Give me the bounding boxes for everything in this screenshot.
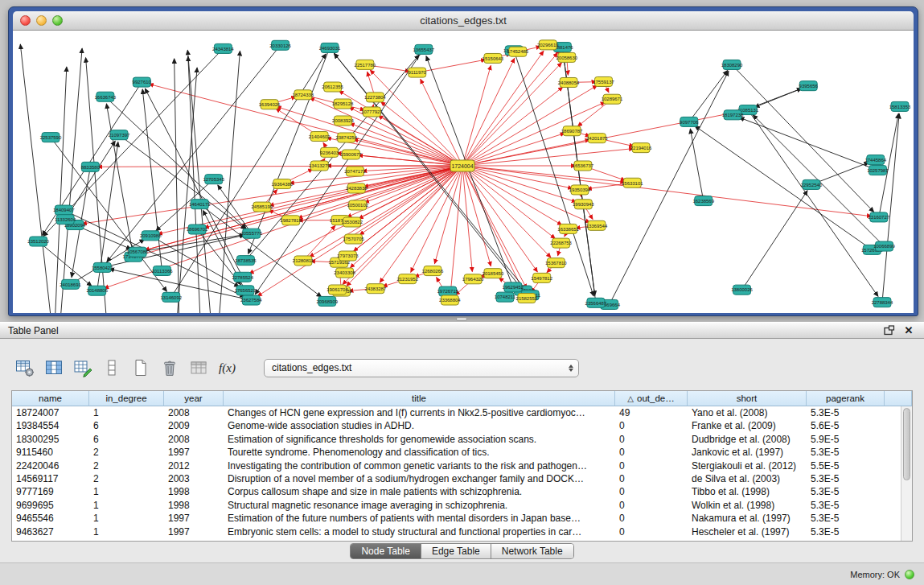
graph-edge-red[interactable]	[462, 166, 625, 182]
cell-pagerank[interactable]: 5.3E-5	[807, 446, 885, 459]
cell-in_degree[interactable]: 1	[89, 512, 164, 525]
table-settings-icon[interactable]	[14, 358, 35, 378]
graph-edge-red[interactable]	[462, 166, 556, 239]
cell-name[interactable]: 18724007	[12, 406, 89, 419]
column-header-out-degree[interactable]: △ out_de…	[615, 391, 688, 406]
table-selector-dropdown[interactable]: citations_edges.txt	[264, 359, 579, 377]
cell-out_degree[interactable]: 0	[615, 472, 688, 485]
cell-short[interactable]: Franke et al. (2009)	[688, 419, 807, 432]
cell-year[interactable]: 1998	[164, 485, 224, 498]
cell-name[interactable]: 19384554	[12, 419, 89, 432]
graph-edge-black[interactable]	[188, 56, 200, 313]
cell-name[interactable]: 9115460	[12, 446, 89, 459]
cell-name[interactable]: 22420046	[12, 459, 89, 472]
cell-short[interactable]: de Silva et al. (2003)	[688, 472, 807, 485]
graph-edge-red[interactable]	[450, 166, 462, 293]
table-row[interactable]: 2242004622012Investigating the contribut…	[12, 459, 912, 472]
cell-out_degree[interactable]: 0	[615, 499, 688, 512]
vertical-scrollbar[interactable]	[901, 406, 912, 541]
graph-edge-red[interactable]	[462, 51, 544, 166]
cell-out_degree[interactable]: 49	[615, 406, 688, 419]
graph-edge-black[interactable]	[55, 67, 67, 313]
cell-name[interactable]: 9777169	[12, 485, 89, 498]
cell-pagerank[interactable]: 5.3E-5	[807, 485, 885, 498]
cell-short[interactable]: Tibbo et al. (1998)	[688, 485, 807, 498]
cell-name[interactable]: 9465546	[12, 512, 89, 525]
graph-edge-black[interactable]	[690, 129, 703, 200]
cell-pagerank[interactable]: 5.3E-5	[807, 406, 885, 419]
cell-year[interactable]: 1997	[164, 512, 224, 525]
table-row[interactable]: 946554611997Estimation of the future num…	[12, 512, 912, 525]
cell-title[interactable]: Genome-wide association studies in ADHD.	[224, 419, 615, 432]
cell-short[interactable]: Dudbridge et al. (2008)	[688, 433, 807, 446]
graph-edge-black[interactable]	[142, 89, 162, 270]
graph-edge-red[interactable]	[462, 52, 558, 166]
cell-title[interactable]: Disruption of a novel member of a sodium…	[224, 472, 615, 485]
edit-table-icon[interactable]	[72, 358, 92, 378]
cell-in_degree[interactable]: 6	[89, 433, 164, 446]
cell-out_degree[interactable]: 0	[615, 485, 688, 498]
cell-title[interactable]: Structural magnetic resonance image aver…	[224, 499, 615, 512]
new-table-icon[interactable]	[130, 358, 150, 378]
close-panel-icon[interactable]: ✕	[901, 324, 916, 337]
row-tools-icon[interactable]	[101, 358, 121, 378]
cell-out_degree[interactable]: 0	[615, 446, 688, 459]
table-row[interactable]: 1456911722003Disruption of a novel membe…	[12, 472, 912, 485]
column-header-name[interactable]: name	[12, 391, 89, 406]
cell-pagerank[interactable]: 5.3E-5	[807, 525, 885, 538]
cell-year[interactable]: 1997	[164, 525, 224, 538]
tab-network-table[interactable]: Network Table	[491, 544, 573, 558]
minimize-window-button[interactable]	[36, 15, 47, 26]
cell-in_degree[interactable]: 1	[89, 406, 164, 419]
cell-year[interactable]: 2012	[164, 459, 224, 472]
cell-pagerank[interactable]: 5.3E-5	[807, 499, 885, 512]
splitter-handle[interactable]	[456, 317, 467, 321]
cell-out_degree[interactable]: 0	[615, 525, 688, 538]
graph-edge-red[interactable]	[380, 166, 462, 282]
graph-edge-black[interactable]	[61, 48, 82, 313]
zoom-window-button[interactable]	[52, 15, 63, 26]
float-panel-icon[interactable]	[882, 324, 897, 337]
network-graph[interactable]: 2091098822537590187385358833580171497752…	[13, 31, 914, 313]
cell-in_degree[interactable]: 2	[89, 472, 164, 485]
graph-edge-red[interactable]	[462, 85, 598, 166]
graph-edge-black[interactable]	[742, 191, 807, 290]
cell-title[interactable]: Estimation of the future numbers of pati…	[224, 512, 615, 525]
graph-edge-red[interactable]	[310, 166, 462, 257]
column-header-in-degree[interactable]: in_degree	[89, 391, 164, 406]
cell-in_degree[interactable]: 6	[89, 419, 164, 432]
cell-year[interactable]: 2009	[164, 419, 224, 432]
network-canvas[interactable]: 2091098822537590187385358833580171497752…	[13, 31, 914, 313]
table-row[interactable]: 911546021997Tourette syndrome. Phenomeno…	[12, 446, 912, 459]
column-header-title[interactable]: title	[224, 391, 615, 406]
graph-edge-red[interactable]	[462, 166, 590, 223]
graph-edge-red[interactable]	[417, 60, 486, 72]
graph-edge-red[interactable]	[303, 225, 335, 261]
cell-short[interactable]: Stergiakouli et al. (2012)	[688, 459, 807, 472]
cell-year[interactable]: 2008	[164, 406, 224, 419]
function-builder-icon[interactable]: f(x)	[217, 358, 237, 378]
scrollbar-thumb[interactable]	[903, 408, 910, 480]
cell-in_degree[interactable]: 1	[89, 499, 164, 512]
show-columns-icon[interactable]	[43, 358, 64, 378]
graph-edge-red[interactable]	[462, 166, 562, 225]
graph-edge-red[interactable]	[462, 149, 634, 166]
cell-short[interactable]: Jankovic et al. (1997)	[688, 446, 807, 459]
table-row[interactable]: 1872400712008Changes of HCN gene express…	[12, 406, 912, 419]
graph-edge-black[interactable]	[695, 126, 872, 250]
close-window-button[interactable]	[20, 15, 31, 26]
graph-edge-black[interactable]	[748, 110, 878, 297]
graph-edge-black[interactable]	[64, 210, 244, 297]
graph-edge-black[interactable]	[882, 113, 899, 302]
cell-name[interactable]: 14569117	[12, 472, 89, 485]
network-window-titlebar[interactable]: citations_edges.txt	[13, 11, 914, 31]
cell-out_degree[interactable]: 0	[615, 433, 688, 446]
table-row[interactable]: 946362711997Embryonic stem cells: a mode…	[12, 525, 912, 538]
cell-in_degree[interactable]: 1	[89, 485, 164, 498]
network-window[interactable]: citations_edges.txt 20910988225375901873…	[8, 6, 918, 316]
graph-edge-red[interactable]	[97, 166, 462, 167]
cell-title[interactable]: Changes of HCN gene expression and I(f) …	[224, 406, 615, 419]
tab-node-table[interactable]: Node Table	[351, 544, 421, 558]
tab-edge-table[interactable]: Edge Table	[421, 544, 491, 558]
table-row[interactable]: 977716911998Corpus callosum shape and si…	[12, 485, 912, 498]
